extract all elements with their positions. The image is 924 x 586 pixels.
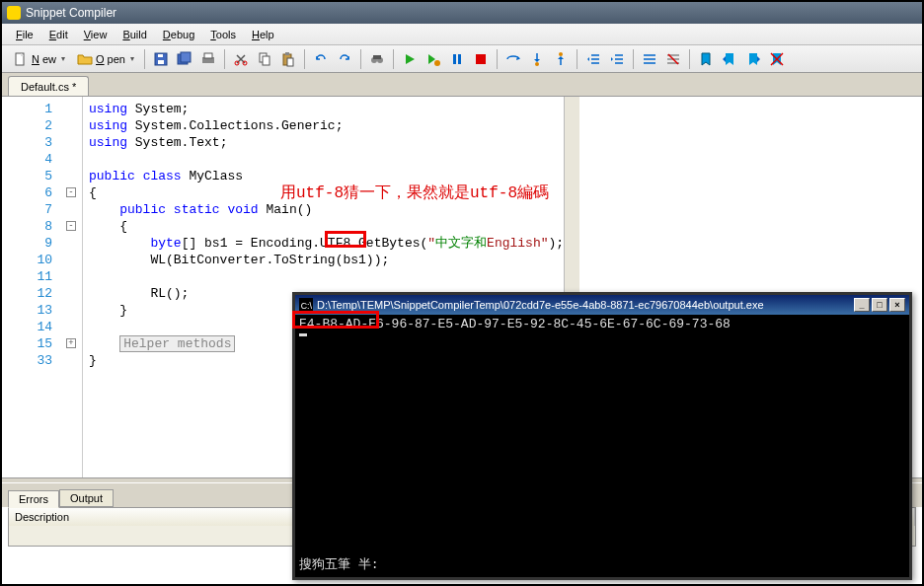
stepover-button[interactable] xyxy=(502,48,524,70)
svg-point-22 xyxy=(535,62,539,66)
red-annotation: 用utf-8猜一下，果然就是utf-8編碼 xyxy=(280,183,549,203)
svg-rect-13 xyxy=(285,52,289,55)
stepout-button[interactable] xyxy=(550,48,572,70)
uncomment-icon xyxy=(665,51,681,67)
stop-button[interactable] xyxy=(470,48,492,70)
run-button[interactable] xyxy=(399,48,421,70)
stepover-icon xyxy=(505,51,521,67)
svg-rect-7 xyxy=(204,53,212,58)
stop-icon xyxy=(473,51,489,67)
editor-tabs: Default.cs * xyxy=(2,73,922,97)
window-titlebar: Snippet Compiler xyxy=(2,2,922,24)
new-file-icon xyxy=(13,51,29,67)
console-output-line: E4-B8-AD-E6-96-87-E5-AD-97-E5-92-8C-45-6… xyxy=(299,317,905,331)
paste-icon xyxy=(280,51,296,67)
cursor xyxy=(299,333,307,336)
maximize-button[interactable]: □ xyxy=(872,298,887,312)
svg-text:C:\: C:\ xyxy=(301,301,313,311)
outdent-icon xyxy=(585,51,601,67)
svg-point-18 xyxy=(434,60,440,66)
bookmark-clear-icon xyxy=(769,51,785,67)
prev-bookmark-button[interactable] xyxy=(719,48,740,70)
menu-build[interactable]: Build xyxy=(116,27,152,42)
line-gutter: 123456-78-9101112131415+33 xyxy=(2,97,83,477)
menubar: File Edit View Build Debug Tools Help xyxy=(2,24,922,45)
redo-button[interactable] xyxy=(334,48,355,70)
bookmark-next-icon xyxy=(745,51,761,67)
outdent-button[interactable] xyxy=(582,48,604,70)
app-icon xyxy=(7,6,21,20)
menu-help[interactable]: Help xyxy=(246,27,280,42)
open-folder-icon xyxy=(77,51,93,67)
svg-rect-21 xyxy=(476,54,486,64)
menu-file[interactable]: File xyxy=(10,27,39,42)
play-icon xyxy=(402,51,418,67)
binoculars-icon xyxy=(369,51,385,67)
clear-bookmarks-button[interactable] xyxy=(766,48,788,70)
debug-button[interactable] xyxy=(423,48,444,70)
console-title-path: D:\Temp\TEMP\SnippetCompilerTemp\072cdd7… xyxy=(317,299,854,311)
pause-icon xyxy=(449,51,465,67)
copy-icon xyxy=(257,51,272,67)
copy-button[interactable] xyxy=(254,48,275,70)
bookmark-prev-icon xyxy=(722,51,737,67)
console-body[interactable]: E4-B8-AD-E6-96-87-E5-AD-97-E5-92-8C-45-6… xyxy=(295,315,909,577)
bookmark-icon xyxy=(698,51,714,67)
paste-button[interactable] xyxy=(277,48,299,70)
svg-rect-19 xyxy=(453,54,456,64)
undo-button[interactable] xyxy=(310,48,332,70)
undo-icon xyxy=(313,51,329,67)
new-button[interactable]: New xyxy=(8,48,70,70)
comment-button[interactable] xyxy=(639,48,660,70)
indent-button[interactable] xyxy=(606,48,628,70)
menu-view[interactable]: View xyxy=(78,27,114,42)
tab-default-cs[interactable]: Default.cs * xyxy=(8,76,89,96)
find-button[interactable] xyxy=(366,48,388,70)
ime-status: 搜狗五筆 半: xyxy=(299,555,379,573)
svg-rect-17 xyxy=(373,55,381,59)
svg-rect-5 xyxy=(181,52,191,62)
svg-rect-2 xyxy=(158,60,164,64)
bookmark-button[interactable] xyxy=(695,48,717,70)
redo-icon xyxy=(337,51,352,67)
menu-debug[interactable]: Debug xyxy=(157,27,200,42)
svg-point-23 xyxy=(559,52,563,56)
minimize-button[interactable]: _ xyxy=(854,298,870,312)
save-button[interactable] xyxy=(150,48,172,70)
floppy-icon xyxy=(153,51,169,67)
close-button[interactable]: × xyxy=(889,298,905,312)
window-title: Snippet Compiler xyxy=(26,6,116,20)
play-bug-icon xyxy=(425,51,441,67)
pause-button[interactable] xyxy=(446,48,468,70)
svg-rect-20 xyxy=(458,54,461,64)
scissors-icon xyxy=(233,51,249,67)
comment-icon xyxy=(642,51,657,67)
uncomment-button[interactable] xyxy=(662,48,684,70)
printer-icon xyxy=(200,51,216,67)
stepinto-button[interactable] xyxy=(526,48,548,70)
tab-errors[interactable]: Errors xyxy=(8,490,59,508)
console-window: C:\ D:\Temp\TEMP\SnippetCompilerTemp\072… xyxy=(292,292,912,580)
svg-rect-3 xyxy=(158,54,163,57)
menu-edit[interactable]: Edit xyxy=(43,27,74,42)
cmd-icon: C:\ xyxy=(299,298,313,312)
svg-rect-11 xyxy=(263,56,270,65)
svg-rect-14 xyxy=(287,58,293,66)
toolbar: New Open xyxy=(2,45,922,73)
cut-button[interactable] xyxy=(230,48,252,70)
print-button[interactable] xyxy=(197,48,219,70)
console-titlebar[interactable]: C:\ D:\Temp\TEMP\SnippetCompilerTemp\072… xyxy=(295,295,909,315)
stepout-icon xyxy=(553,51,569,67)
menu-tools[interactable]: Tools xyxy=(204,27,242,42)
tab-output[interactable]: Output xyxy=(59,489,114,507)
save-all-button[interactable] xyxy=(174,48,195,70)
floppy-multi-icon xyxy=(177,51,192,67)
next-bookmark-button[interactable] xyxy=(742,48,764,70)
open-button[interactable]: Open xyxy=(72,48,139,70)
stepinto-icon xyxy=(529,51,545,67)
indent-icon xyxy=(609,51,625,67)
